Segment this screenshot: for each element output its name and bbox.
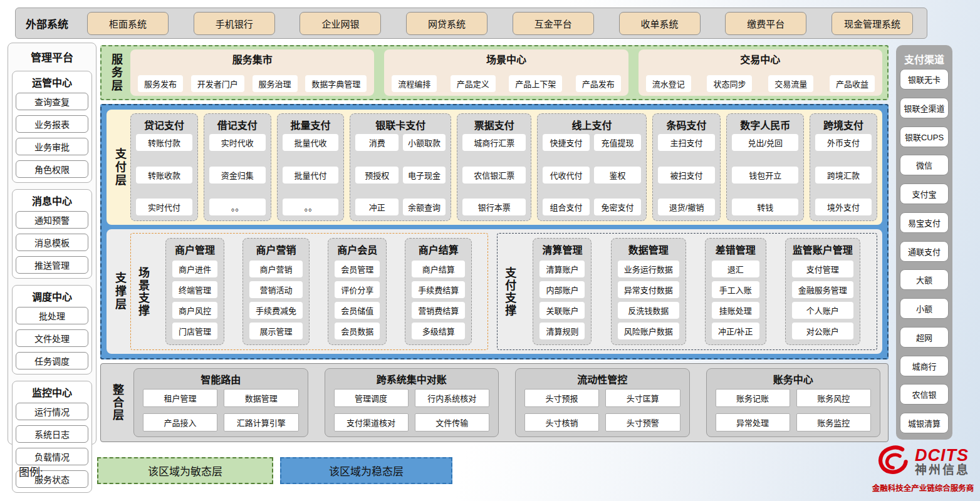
service-function-chip: 产品上下架 bbox=[509, 75, 562, 92]
support-module-title: 商户营销 bbox=[249, 242, 303, 257]
payment-group-title: 跨境支付 bbox=[815, 117, 872, 132]
service-center-title: 服务集市 bbox=[138, 51, 367, 66]
channel-chip: 超网 bbox=[900, 327, 949, 348]
integration-function-chip: 汇路计算引擎 bbox=[224, 413, 298, 431]
channel-chip: 银联CUPS bbox=[900, 127, 949, 147]
support-function-chip: 多级结算 bbox=[412, 323, 465, 339]
payment-function-chip: 银行本票 bbox=[462, 199, 526, 215]
payment-product-group: 跨境支付 外币支付 bbox=[810, 113, 877, 221]
payment-function-chip: 批量代付 bbox=[283, 167, 339, 183]
payment-product-group: 线上支付 快捷支付 充值提现 bbox=[537, 113, 647, 221]
payment-function-chip: 小额取款 bbox=[403, 134, 446, 151]
support-module-title: 差错管理 bbox=[712, 242, 759, 257]
payment-function-chip: 冲正 bbox=[355, 199, 398, 215]
management-item-box: 业务审批 bbox=[16, 138, 88, 155]
management-section-title: 运管中心 bbox=[16, 75, 88, 90]
management-item-box: 任务调度 bbox=[16, 352, 88, 369]
support-function-chip: 手续费结算 bbox=[412, 281, 465, 298]
integration-function-chip: 行内系统核对 bbox=[415, 389, 489, 407]
payment-function-chip: 退货/撤销 bbox=[658, 199, 715, 215]
support-group-label: 支付支撑 bbox=[501, 238, 518, 345]
payment-product-group: 批量支付 批量代收 bbox=[277, 113, 345, 221]
integration-module-title: 跨系统集中对账 bbox=[334, 371, 490, 386]
support-function-chip: 风险账户数据 bbox=[618, 323, 679, 339]
management-item-box: 查询查复 bbox=[16, 93, 88, 110]
payment-function-chip: 转账付款 bbox=[136, 134, 192, 151]
support-group-label: 场景支撑 bbox=[135, 238, 151, 345]
support-function-chip: 商户结算 bbox=[412, 261, 465, 277]
channel-chip: 微信 bbox=[900, 155, 949, 175]
support-function-chip: 退汇 bbox=[712, 261, 759, 277]
payment-group-title: 批量支付 bbox=[283, 117, 339, 132]
support-module-group: 商户结算 商户结算 手续费结算 营销费结算 bbox=[405, 238, 472, 345]
service-function-chip: 服务发布 bbox=[138, 75, 183, 92]
support-module-group: 商户营销 商户营销 营销活动 手续费减免 bbox=[242, 238, 310, 345]
payment-function-chip: 主扫支付 bbox=[658, 134, 715, 151]
integration-function-chip: 账务记账 bbox=[716, 389, 790, 407]
payment-function-chip: 农信银汇票 bbox=[462, 167, 526, 183]
payment-product-group: 银联卡支付 消费 小额取款 bbox=[350, 113, 451, 221]
integration-function-chip: 支付渠道核对 bbox=[334, 413, 409, 431]
support-module-title: 商户结算 bbox=[412, 242, 465, 257]
management-section-title: 调度中心 bbox=[16, 289, 88, 304]
support-function-chip: 金融服务管理 bbox=[792, 281, 853, 298]
payment-group-title: 线上支付 bbox=[543, 117, 641, 132]
integration-function-chip: 头寸匡算 bbox=[605, 389, 680, 407]
external-system-box: 现金管理系统 bbox=[831, 12, 913, 35]
payment-channels-panel: 支付渠道 银联无卡 银联全渠道 银联CUPS 微信 支付宝 易宝支付 通联支付 … bbox=[896, 45, 952, 440]
support-function-chip: 营销活动 bbox=[249, 281, 303, 298]
integration-function-chip: 异常处理 bbox=[716, 413, 790, 431]
channel-chip: 城商行 bbox=[900, 356, 949, 376]
support-layer-label: 支撑层 bbox=[112, 233, 128, 350]
payment-function-chip: 预授权 bbox=[355, 167, 398, 183]
payment-function-chip: 快捷支付 bbox=[543, 134, 590, 151]
external-system-box: 缴费平台 bbox=[725, 12, 806, 35]
payment-function-chip: 电子现金 bbox=[403, 167, 446, 183]
integration-function-chip: 租户管理 bbox=[143, 389, 217, 407]
integration-function-chip: 头寸预报 bbox=[524, 389, 599, 407]
integration-layer-band: 整合层 智能路由 租户管理 数据管理 产品接入 汇路计算引擎 bbox=[100, 363, 889, 442]
payment-function-chip: 代收代付 bbox=[543, 167, 590, 183]
management-sections: 运管中心 查询查复 业务报表 业务审批 角色权限 消息中心 bbox=[12, 71, 92, 493]
integration-module-title: 账务中心 bbox=[716, 371, 872, 386]
logo-brand-text: DCITS bbox=[915, 447, 970, 464]
dcits-swirl-icon bbox=[876, 445, 912, 478]
channel-chip: 银联无卡 bbox=[900, 69, 949, 90]
integration-function-chip: 账务监控 bbox=[796, 413, 871, 431]
service-function-chip: 产品定义 bbox=[451, 75, 496, 92]
payment-function-chip: 实时代付 bbox=[136, 199, 192, 215]
integration-groups: 智能路由 租户管理 数据管理 产品接入 汇路计算引擎 跨系统集中对账 bbox=[133, 368, 880, 437]
payment-function-chip: 。。 bbox=[209, 199, 266, 215]
integration-function-chip: 头寸核销 bbox=[524, 413, 599, 431]
support-module-group: 监管账户管理 支付管理 金融服务管理 个人账户 bbox=[785, 238, 860, 345]
support-function-chip: 异常支付数据 bbox=[618, 281, 679, 298]
support-function-chip: 内部账户 bbox=[540, 281, 585, 298]
support-function-chip: 业务运行数据 bbox=[618, 261, 679, 277]
management-item-box: 运行情况 bbox=[16, 403, 88, 420]
management-item-box: 推送管理 bbox=[16, 256, 88, 274]
management-section-card: 调度中心 批处理 文件处理 任务调度 bbox=[12, 285, 92, 374]
management-item-box: 业务报表 bbox=[16, 115, 88, 133]
management-section-title: 监控中心 bbox=[16, 385, 88, 400]
integration-module-title: 流动性管控 bbox=[524, 371, 680, 386]
external-systems-list: 柜面系统 手机银行 企业网银 网贷系统 互金平台 收单系统 缴费平台 现金管理系… bbox=[83, 12, 917, 35]
support-function-chip: 会员储值 bbox=[335, 302, 380, 319]
support-function-chip: 营销费结算 bbox=[412, 302, 465, 319]
support-function-chip: 商户进件 bbox=[172, 261, 217, 277]
service-function-chip: 流程编排 bbox=[392, 75, 437, 92]
support-function-chip: 商户风控 bbox=[172, 302, 217, 319]
payment-product-group: 借记支付 实时代收 bbox=[204, 113, 271, 221]
legend-label: 图例: bbox=[19, 463, 43, 479]
support-module-title: 清算管理 bbox=[540, 242, 585, 257]
support-function-chip: 清算规则 bbox=[540, 323, 585, 339]
payment-function-chip: 兑出/兑回 bbox=[732, 134, 798, 151]
payment-group-title: 条码支付 bbox=[658, 117, 715, 132]
channel-chip: 城银清算 bbox=[900, 413, 949, 433]
management-section-card: 消息中心 通知预警 消息模板 推送管理 bbox=[12, 189, 92, 279]
payment-function-chip: 免密支付 bbox=[594, 199, 641, 215]
payment-function-chip: 被扫支付 bbox=[658, 167, 715, 183]
channel-chip: 支付宝 bbox=[900, 183, 949, 204]
support-function-chip: 个人账户 bbox=[792, 302, 853, 319]
service-center-group: 服务集市 服务发布 开发者门户 服务治理 数据字典管理 bbox=[130, 49, 374, 96]
service-layer-band: 服务层 服务集市 服务发布 开发者门户 服务治理 数据字典管理 bbox=[100, 45, 889, 100]
